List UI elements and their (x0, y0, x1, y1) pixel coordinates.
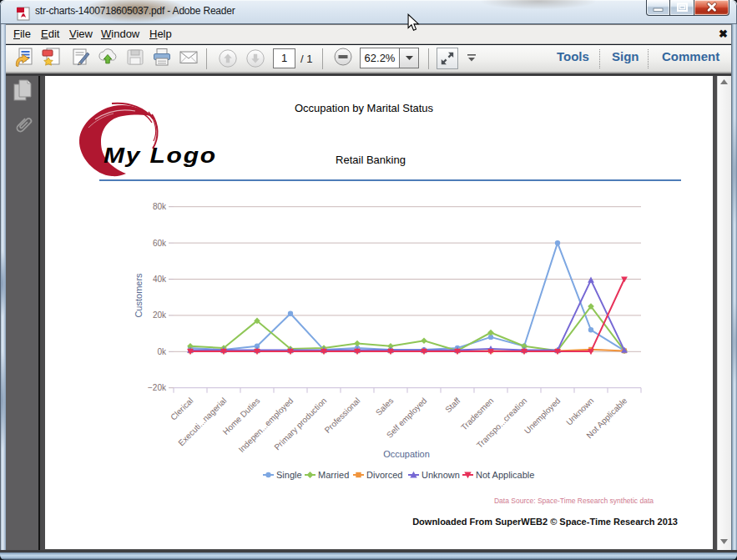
svg-text:−20k: −20k (148, 383, 167, 392)
svg-text:Occupation: Occupation (383, 449, 430, 459)
svg-text:Staff: Staff (443, 396, 462, 414)
svg-text:Married: Married (318, 470, 349, 480)
svg-text:Data Source: Space-Time Resear: Data Source: Space-Time Research synthet… (494, 497, 654, 505)
svg-text:Not Applicable: Not Applicable (476, 470, 534, 480)
svg-text:Tradesmen: Tradesmen (459, 396, 495, 431)
svg-text:Unknown: Unknown (564, 396, 595, 426)
svg-text:80k: 80k (153, 202, 167, 211)
svg-text:Divorced: Divorced (366, 470, 402, 480)
svg-text:40k: 40k (153, 275, 167, 284)
svg-text:Clerical: Clerical (169, 396, 194, 421)
svg-text:Downloaded From SuperWEB2 © Sp: Downloaded From SuperWEB2 © Space-Time R… (412, 517, 678, 527)
svg-text:60k: 60k (153, 239, 167, 248)
svg-text:Unknown: Unknown (422, 470, 460, 480)
svg-text:Unemployed: Unemployed (522, 396, 562, 435)
svg-text:Customers: Customers (134, 273, 144, 318)
svg-text:20k: 20k (153, 310, 167, 320)
svg-text:Single: Single (276, 470, 302, 480)
svg-text:Sales: Sales (374, 396, 395, 416)
svg-text:0k: 0k (157, 347, 167, 356)
svg-text:Professional: Professional (323, 396, 362, 435)
